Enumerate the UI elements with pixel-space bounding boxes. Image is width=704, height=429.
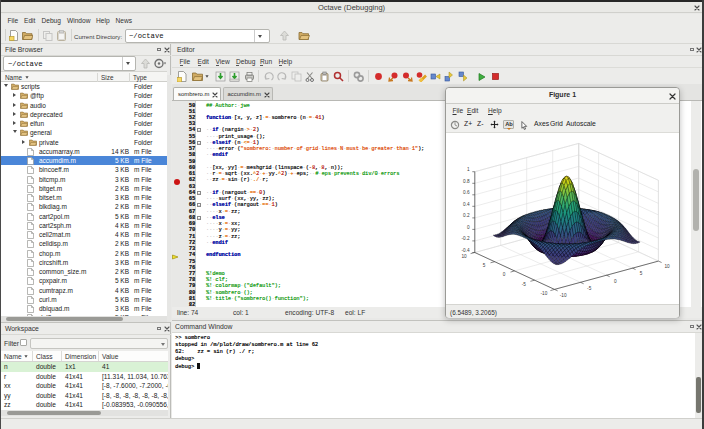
svg-text:-0.2: -0.2 (462, 236, 470, 241)
svg-text:5: 5 (483, 263, 486, 268)
svg-text:-10: -10 (541, 291, 548, 296)
svg-text:-10: -10 (560, 293, 567, 298)
svg-text:-5: -5 (522, 282, 527, 287)
svg-text:-0.4: -0.4 (462, 248, 470, 253)
svg-text:-5: -5 (587, 286, 592, 291)
svg-text:0: 0 (467, 225, 470, 230)
svg-text:0.2: 0.2 (463, 213, 470, 218)
svg-text:0.6: 0.6 (463, 190, 470, 195)
svg-text:0.8: 0.8 (463, 179, 470, 184)
svg-text:0.4: 0.4 (463, 202, 470, 207)
svg-text:0: 0 (614, 279, 617, 284)
svg-text:10: 10 (664, 264, 670, 269)
svg-text:10: 10 (461, 254, 467, 259)
svg-text:5: 5 (640, 271, 643, 276)
svg-text:1: 1 (467, 167, 470, 172)
svg-text:0: 0 (503, 272, 506, 277)
